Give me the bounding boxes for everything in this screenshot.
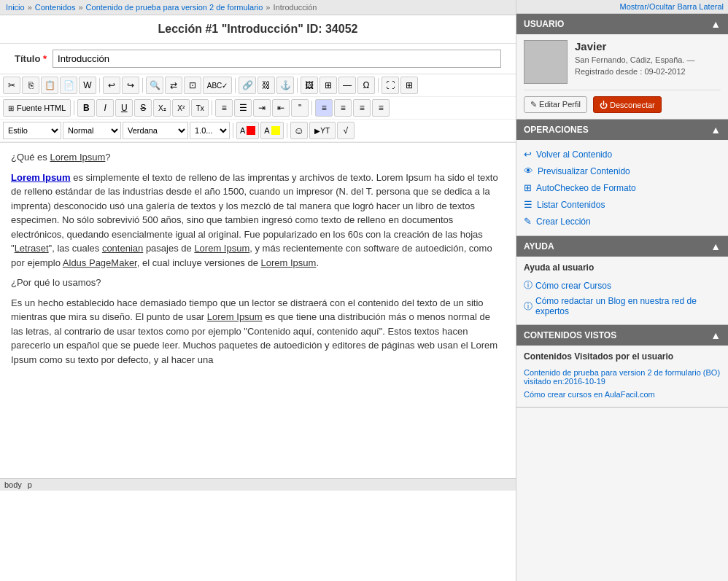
editor-status: body p <box>0 478 516 491</box>
align-right-button[interactable]: ≡ <box>353 99 371 117</box>
paste-word-button[interactable]: W <box>79 77 96 94</box>
redo-button[interactable]: ↪ <box>122 77 139 94</box>
help-cursos-link[interactable]: ⓘ Cómo crear Cursos <box>524 279 721 292</box>
volver-icon: ↩ <box>524 149 532 160</box>
op-item-autocheckeo[interactable]: ⊞ AutoCheckeo de Formato <box>524 179 721 196</box>
fonte-html-button[interactable]: ⊞ Fuente HTML <box>3 99 71 117</box>
spellcheck-button[interactable]: ABC✓ <box>203 77 232 94</box>
help-collapse-arrow[interactable]: ▲ <box>710 241 721 252</box>
user-collapse-arrow[interactable]: ▲ <box>710 18 721 30</box>
help-list: ⓘ Cómo crear Cursos ⓘ Cómo redactar un B… <box>524 277 721 319</box>
operations-collapse-arrow[interactable]: ▲ <box>710 124 721 136</box>
outdent-button[interactable]: ⇤ <box>272 99 290 117</box>
listar-link[interactable]: ☰ Listar Contenidos <box>524 199 721 210</box>
help-section-header: AYUDA ▲ <box>516 236 728 257</box>
lorem-ipsum-link[interactable]: Lorem Ipsum <box>11 172 71 183</box>
math-button[interactable]: √ <box>337 122 355 139</box>
emoticon-button[interactable]: ☺ <box>290 122 308 139</box>
editor-content[interactable]: ¿Qué es Lorem Ipsum? Lorem Ipsum es simp… <box>0 143 516 478</box>
bg-color-button[interactable]: A <box>260 122 283 139</box>
status-body: body <box>4 480 22 489</box>
video-button[interactable]: ▶YT <box>309 122 336 139</box>
maximize-button[interactable]: ⛶ <box>382 77 399 94</box>
subscript-button[interactable]: X₂ <box>153 99 171 117</box>
font-color-swatch <box>247 126 255 135</box>
user-actions: ✎ Editar Perfil ⏻ Desconectar <box>524 96 721 113</box>
style-select[interactable]: Estilo <box>3 122 61 139</box>
image-button[interactable]: 🖼 <box>301 77 318 94</box>
font-color-button[interactable]: A <box>236 122 259 139</box>
anchor-button[interactable]: ⚓ <box>276 77 294 94</box>
user-card: Javier San Fernando, Cádiz, España. — Re… <box>524 40 721 90</box>
blockquote-button[interactable]: " <box>291 99 309 117</box>
paste-text-button[interactable]: 📄 <box>60 77 77 94</box>
find-button[interactable]: 🔍 <box>146 77 163 94</box>
editor-scroll-wrapper: ¿Qué es Lorem Ipsum? Lorem Ipsum es simp… <box>0 143 516 478</box>
preview-link[interactable]: 👁 Previsualizar Contenido <box>524 165 721 176</box>
replace-button[interactable]: ⇄ <box>165 77 182 94</box>
font-select[interactable]: Verdana <box>123 122 188 139</box>
help-item-cursos[interactable]: ⓘ Cómo crear Cursos <box>524 277 721 294</box>
indent-button[interactable]: ⇥ <box>253 99 271 117</box>
align-center-button[interactable]: ≡ <box>334 99 352 117</box>
user-info: Javier San Fernando, Cádiz, España. — Re… <box>575 40 694 76</box>
undo-button[interactable]: ↩ <box>103 77 120 94</box>
letraset-ref: Letraset <box>15 243 49 254</box>
cut-button[interactable]: ✂ <box>3 77 20 94</box>
unordered-list-button[interactable]: ☰ <box>234 99 252 117</box>
underline-button[interactable]: U <box>115 99 133 117</box>
title-label: Título * <box>15 53 47 64</box>
user-location: San Fernando, Cádiz, España. — <box>575 55 694 64</box>
title-input[interactable] <box>53 50 501 68</box>
help-item-blog[interactable]: ⓘ Cómo redactar un Blog en nuestra red d… <box>524 294 721 319</box>
help-info-icon-1: ⓘ <box>524 279 533 292</box>
op-item-preview[interactable]: 👁 Previsualizar Contenido <box>524 163 721 179</box>
table-button[interactable]: ⊞ <box>320 77 337 94</box>
strikethrough-button[interactable]: S <box>134 99 152 117</box>
size-select[interactable]: 1.0... <box>190 122 230 139</box>
disconnect-button[interactable]: ⏻ Desconectar <box>593 96 662 113</box>
op-item-listar[interactable]: ☰ Listar Contenidos <box>524 196 721 213</box>
visited-item-1[interactable]: Contenido de prueba para version 2 de fo… <box>524 366 721 388</box>
separator-4 <box>297 78 298 93</box>
visited-link-1[interactable]: Contenido de prueba para version 2 de fo… <box>524 368 720 386</box>
link-button[interactable]: 🔗 <box>239 77 256 94</box>
user-name: Javier <box>575 40 694 52</box>
superscript-button[interactable]: X² <box>172 99 190 117</box>
separator-1 <box>99 78 100 93</box>
format-select[interactable]: Normal <box>63 122 121 139</box>
visited-link-2[interactable]: Cómo crear cursos en AulaFacil.com <box>524 390 655 399</box>
op-item-crear[interactable]: ✎ Crear Lección <box>524 213 721 230</box>
copy-button[interactable]: ⎘ <box>22 77 39 94</box>
breadcrumb-content[interactable]: Contenido de prueba para version 2 de fo… <box>86 3 263 12</box>
volver-link[interactable]: ↩ Volver al Contenido <box>524 149 721 160</box>
preview-icon: 👁 <box>524 165 533 176</box>
special-char-button[interactable]: Ω <box>357 77 375 94</box>
unlink-button[interactable]: ⛓ <box>257 77 275 94</box>
help-user-title: Ayuda al usuario <box>524 262 721 273</box>
toggle-sidebar-link[interactable]: Mostrar/Ocultar Barra Lateral <box>620 2 724 11</box>
removeformat-button[interactable]: Tx <box>191 99 209 117</box>
crear-link[interactable]: ✎ Crear Lección <box>524 216 721 227</box>
visited-item-2[interactable]: Cómo crear cursos en AulaFacil.com <box>524 388 721 401</box>
lesson-title: Lección #1 "Introducción" ID: 34052 <box>0 15 516 44</box>
align-left-button[interactable]: ≡ <box>315 99 333 117</box>
help-blog-link[interactable]: ⓘ Cómo redactar un Blog en nuestra red d… <box>524 296 721 316</box>
breadcrumb-contenidos[interactable]: Contenidos <box>35 3 76 12</box>
bold-button[interactable]: B <box>77 99 95 117</box>
selectall-button[interactable]: ⊡ <box>184 77 201 94</box>
edit-profile-button[interactable]: ✎ Editar Perfil <box>524 96 587 113</box>
paste-button[interactable]: 📋 <box>41 77 58 94</box>
source-button[interactable]: ⊞ <box>400 77 418 94</box>
lorem-ipsum-text-1: Lorem Ipsum <box>50 152 105 163</box>
separator-2 <box>142 78 143 93</box>
ordered-list-button[interactable]: ≡ <box>215 99 233 117</box>
breadcrumb-inicio[interactable]: Inicio <box>6 3 25 12</box>
align-justify-button[interactable]: ≡ <box>372 99 390 117</box>
autocheckeo-link[interactable]: ⊞ AutoCheckeo de Formato <box>524 182 721 193</box>
visited-collapse-arrow[interactable]: ▲ <box>710 330 721 341</box>
op-item-volver[interactable]: ↩ Volver al Contenido <box>524 146 721 163</box>
fonte-html-icon: ⊞ <box>8 104 14 112</box>
hr-button[interactable]: — <box>338 77 356 94</box>
italic-button[interactable]: I <box>96 99 114 117</box>
